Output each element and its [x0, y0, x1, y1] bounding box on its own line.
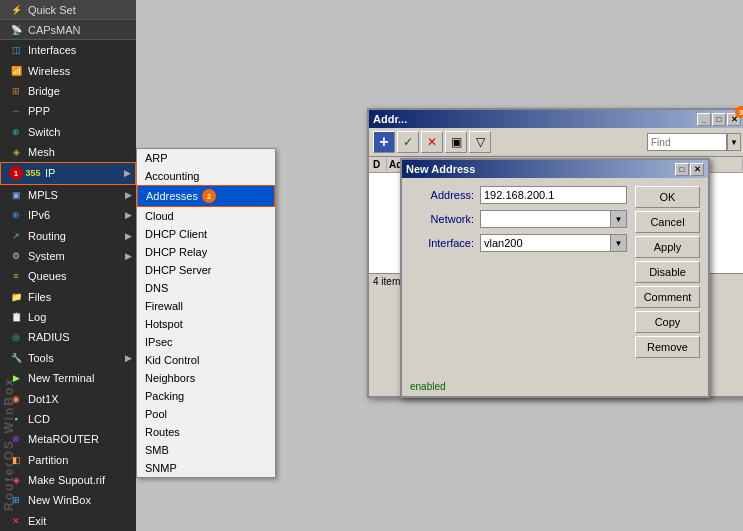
sidebar-radius-label: RADIUS — [28, 331, 70, 343]
queues-icon: ≡ — [8, 268, 24, 284]
filter-btn[interactable]: ▽ — [469, 131, 491, 153]
sidebar-log-label: Log — [28, 311, 46, 323]
sidebar-item-new-terminal[interactable]: ▶ New Terminal — [0, 368, 136, 388]
badge-3: 3 — [735, 106, 743, 118]
ip-icon: 355 — [25, 165, 41, 181]
sidebar-item-exit[interactable]: ✕ Exit — [0, 511, 136, 531]
interface-dropdown-btn[interactable]: ▼ — [610, 235, 626, 251]
sidebar-item-interfaces[interactable]: ◫ Interfaces — [0, 40, 136, 60]
interface-row: Interface: ▼ — [410, 234, 627, 252]
sidebar-bridge-label: Bridge — [28, 85, 60, 97]
sidebar-item-partition[interactable]: ◧ Partition — [0, 450, 136, 470]
find-input[interactable] — [647, 133, 727, 151]
exit-icon: ✕ — [8, 513, 24, 529]
submenu-item-packing[interactable]: Packing — [137, 387, 275, 405]
sidebar-files-label: Files — [28, 291, 51, 303]
addr-list-title: Addr... — [373, 113, 697, 125]
sidebar-item-make-supout[interactable]: ◈ Make Supout.rif — [0, 470, 136, 490]
submenu-item-dhcp-server[interactable]: DHCP Server — [137, 261, 275, 279]
sidebar-item-bridge[interactable]: ⊞ Bridge — [0, 81, 136, 101]
winbox-vertical-label: RouterOS WinBox — [2, 377, 16, 511]
sidebar-queues-label: Queues — [28, 270, 67, 282]
sidebar-winbox-label: New WinBox — [28, 494, 91, 506]
tools-arrow-icon: ▶ — [125, 353, 132, 363]
find-box: ▼ — [647, 133, 741, 151]
copy-btn[interactable]: ▣ — [445, 131, 467, 153]
mpls-icon: ▣ — [8, 187, 24, 203]
log-icon: 📋 — [8, 309, 24, 325]
sidebar-item-switch[interactable]: ⊕ Switch — [0, 122, 136, 142]
addr-list-maximize-btn[interactable]: □ — [712, 113, 726, 126]
delete-btn[interactable]: ✕ — [421, 131, 443, 153]
remove-button[interactable]: Remove — [635, 336, 700, 358]
sidebar-item-log[interactable]: 📋 Log — [0, 307, 136, 327]
submenu-item-arp[interactable]: ARP — [137, 149, 275, 167]
submenu-item-neighbors[interactable]: Neighbors — [137, 369, 275, 387]
capsman-icon: 📡 — [8, 22, 24, 38]
sidebar-item-new-winbox[interactable]: ⊞ New WinBox — [0, 490, 136, 510]
disable-button[interactable]: Disable — [635, 261, 700, 283]
sidebar-item-lcd[interactable]: ▪ LCD — [0, 409, 136, 429]
sidebar-item-capsman[interactable]: 📡 CAPsMAN — [0, 20, 136, 40]
submenu-item-addresses[interactable]: Addresses 2 — [137, 185, 275, 207]
sidebar-item-meta-router[interactable]: ⊗ MetaROUTER — [0, 429, 136, 449]
sidebar-item-ppp[interactable]: ↔ PPP — [0, 101, 136, 121]
sidebar-switch-label: Switch — [28, 126, 60, 138]
new-addr-close-btn[interactable]: ✕ — [690, 163, 704, 176]
sidebar: ⚡ Quick Set 📡 CAPsMAN ◫ Interfaces 📶 Wir… — [0, 0, 136, 531]
sidebar-tools-label: Tools — [28, 352, 54, 364]
submenu-item-snmp[interactable]: SNMP — [137, 459, 275, 477]
addr-list-minimize-btn[interactable]: _ — [697, 113, 711, 126]
sidebar-item-mpls[interactable]: ▣ MPLS ▶ — [0, 185, 136, 205]
ok-button[interactable]: OK — [635, 186, 700, 208]
submenu-item-cloud[interactable]: Cloud — [137, 207, 275, 225]
submenu-item-hotspot[interactable]: Hotspot — [137, 315, 275, 333]
network-row: Network: ▼ — [410, 210, 627, 228]
addr-list-controls: _ □ ✕ — [697, 113, 741, 126]
submenu-item-dhcp-relay[interactable]: DHCP Relay — [137, 243, 275, 261]
sidebar-partition-label: Partition — [28, 454, 68, 466]
sidebar-item-dot1x[interactable]: ◉ Dot1X — [0, 388, 136, 408]
submenu-item-smb[interactable]: SMB — [137, 441, 275, 459]
addr-list-toolbar: + 3 ✓ ✕ ▣ ▽ ▼ — [369, 128, 743, 157]
copy-dialog-button[interactable]: Copy — [635, 311, 700, 333]
system-arrow-icon: ▶ — [125, 251, 132, 261]
address-input[interactable] — [480, 186, 627, 204]
interface-label: Interface: — [410, 237, 480, 249]
find-arrow-btn[interactable]: ▼ — [727, 133, 741, 151]
sidebar-make-label: Make Supout.rif — [28, 474, 105, 486]
submenu-item-dns[interactable]: DNS — [137, 279, 275, 297]
sidebar-item-tools[interactable]: 🔧 Tools ▶ — [0, 348, 136, 368]
network-dropdown-btn[interactable]: ▼ — [610, 211, 626, 227]
sidebar-item-ipv6[interactable]: ⊛ IPv6 ▶ — [0, 205, 136, 225]
sidebar-item-queues[interactable]: ≡ Queues — [0, 266, 136, 286]
submenu-item-accounting[interactable]: Accounting — [137, 167, 275, 185]
new-addr-titlebar: New Address □ ✕ — [402, 160, 708, 178]
network-input[interactable] — [481, 212, 608, 226]
submenu-item-ipsec[interactable]: IPsec — [137, 333, 275, 351]
new-addr-maximize-btn[interactable]: □ — [675, 163, 689, 176]
submenu-item-kid-control[interactable]: Kid Control — [137, 351, 275, 369]
check-btn[interactable]: ✓ — [397, 131, 419, 153]
submenu-item-routes[interactable]: Routes — [137, 423, 275, 441]
sidebar-item-mesh[interactable]: ◈ Mesh — [0, 142, 136, 162]
sidebar-item-ip[interactable]: 1 355 IP ▶ — [0, 162, 136, 184]
comment-button[interactable]: Comment — [635, 286, 700, 308]
sidebar-item-wireless[interactable]: 📶 Wireless — [0, 60, 136, 80]
submenu-item-pool[interactable]: Pool — [137, 405, 275, 423]
apply-button[interactable]: Apply — [635, 236, 700, 258]
sidebar-item-quick-set[interactable]: ⚡ Quick Set — [0, 0, 136, 20]
sidebar-item-radius[interactable]: ◎ RADIUS — [0, 327, 136, 347]
sidebar-mesh-label: Mesh — [28, 146, 55, 158]
interface-input[interactable] — [481, 236, 608, 250]
sidebar-ipv6-label: IPv6 — [28, 209, 50, 221]
submenu-item-dhcp-client[interactable]: DHCP Client — [137, 225, 275, 243]
add-address-btn[interactable]: + 3 — [373, 131, 395, 153]
cancel-button[interactable]: Cancel — [635, 211, 700, 233]
sidebar-item-routing[interactable]: ↗ Routing ▶ — [0, 225, 136, 245]
sidebar-item-files[interactable]: 📁 Files — [0, 287, 136, 307]
sidebar-exit-label: Exit — [28, 515, 46, 527]
submenu-item-firewall[interactable]: Firewall — [137, 297, 275, 315]
sidebar-wireless-label: Wireless — [28, 65, 70, 77]
sidebar-item-system[interactable]: ⚙ System ▶ — [0, 246, 136, 266]
